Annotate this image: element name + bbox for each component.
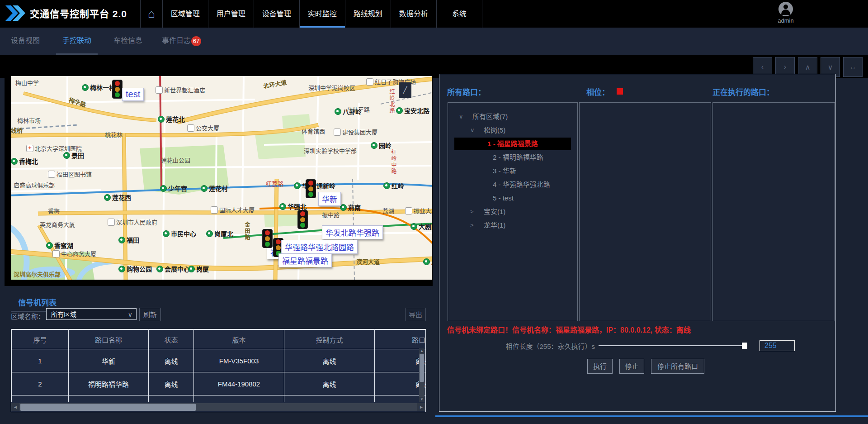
table-header-cell: 控制方式 <box>284 330 375 349</box>
table-horizontal-scrollbar[interactable]: ◄ ► <box>11 403 425 411</box>
table-cell: 华新 <box>69 349 149 372</box>
chevron-down-icon[interactable]: ∨ <box>459 110 463 124</box>
junction-tree-box: ∨所有区域(7)∨松岗(5)1 - 福星路福景路2 - 福明路福华路3 - 华新… <box>448 102 578 321</box>
green-light-icon <box>115 92 120 97</box>
tab-event-log[interactable]: 事件日志67 <box>162 28 201 54</box>
table-header-cell: 版本 <box>194 330 284 349</box>
table-cell: 福明路福华路 <box>69 372 149 395</box>
tree-node[interactable]: 5 - test <box>448 191 577 205</box>
tab-device-view[interactable]: 设备视图 <box>11 28 40 54</box>
scroll-right-icon[interactable]: ► <box>417 403 425 411</box>
map-label-text: 线桥 <box>11 126 23 134</box>
tree-node-selected[interactable]: 1 - 福星路福景路 <box>448 137 577 151</box>
tree-node-label: 宝安(1) <box>484 205 505 219</box>
map-poi-label: 滨河大道 <box>356 257 380 266</box>
phase-length-slider[interactable] <box>599 345 746 346</box>
chevron-down-icon[interactable]: ∨ <box>470 124 475 137</box>
map-poi-label: 深圳高尔夫俱乐部 <box>14 270 61 278</box>
traffic-light-marker[interactable] <box>297 210 308 229</box>
map-label-text: 购物公园 <box>127 264 152 273</box>
red-light-icon <box>265 230 270 235</box>
traffic-light-marker[interactable] <box>262 229 273 248</box>
table-row[interactable]: 2福明路福华路离线FM44-190802离线离线 <box>12 372 426 395</box>
map-label-text: 宝安北路 <box>404 106 429 115</box>
map-label-text: 华强北 <box>288 202 307 211</box>
map-poi-label: 金田路 <box>243 222 251 241</box>
map-label-text: 体育馆西 <box>302 127 325 135</box>
tab-manual-control[interactable]: 手控联动 <box>62 28 91 54</box>
stop-all-button[interactable]: 停止所有路口 <box>651 359 704 374</box>
map-edit-tool[interactable]: ╱ <box>399 82 411 98</box>
nav-item-data[interactable]: 数据分析 <box>391 0 436 28</box>
table-header-cell: 路口名称 <box>69 330 149 349</box>
map-station-label: 莲花村 <box>201 184 228 193</box>
map-poi-label: 八卦三路 <box>346 105 370 114</box>
user-menu[interactable]: admin <box>769 2 802 24</box>
nav-item-region[interactable]: 区域管理 <box>162 0 208 28</box>
home-icon[interactable]: ⌂ <box>140 0 162 28</box>
poi-icon <box>211 206 218 214</box>
tree-node[interactable]: 3 - 华新 <box>448 164 577 178</box>
nav-item-user[interactable]: 用户管理 <box>208 0 254 28</box>
map-label-text: 国际人才大厦 <box>219 205 255 214</box>
poi-icon <box>156 86 163 94</box>
user-avatar-icon <box>778 2 793 16</box>
tree-node[interactable]: 4 - 华强路华强北路 <box>448 178 577 191</box>
traffic-light-marker[interactable] <box>306 179 316 198</box>
map-label-text: 香梅 <box>48 206 60 215</box>
scroll-up-icon[interactable]: ▲ <box>419 348 425 353</box>
executing-box <box>712 102 835 321</box>
tree-node-label: 3 - 华新 <box>493 164 516 178</box>
logo-icon <box>5 5 25 21</box>
chevron-right-icon[interactable]: > <box>470 205 474 219</box>
map-station-label: 园岭 <box>371 141 392 150</box>
signal-table-grid: 序号路口名称状态版本控制方式路口时 1华新离线FM-V35F003离线离线2福明… <box>11 329 425 402</box>
map-poi-label: 启盛高球俱乐部 <box>14 181 55 189</box>
yellow-light-icon <box>265 236 270 241</box>
tree-node[interactable]: ∨松岗(5) <box>448 124 577 137</box>
region-select[interactable]: 所有区域 ∨ <box>46 308 137 320</box>
tree-node-label: 1 - 福星路福景路 <box>448 137 577 151</box>
map-canvas[interactable]: 梅山中学梅林一村新世界都汇酒店北环大道红日子购物广场深圳中学泥岗校区八卦岭八卦三… <box>11 76 432 280</box>
refresh-button[interactable]: 刷新 <box>139 308 161 321</box>
pager-expand-button[interactable]: ↔ <box>843 57 863 77</box>
table-row[interactable]: 3福星路福景路离线未知离线离线 <box>12 395 426 403</box>
table-cell: 离线 <box>375 395 426 403</box>
scroll-down-icon[interactable]: ▼ <box>419 397 425 402</box>
map-station-label: 少年宫 <box>160 184 187 193</box>
map-station-label: 梅林一村 <box>82 83 115 92</box>
tree-node[interactable]: 2 - 福明路福华路 <box>448 151 577 164</box>
table-cell: FM44-190802 <box>194 372 284 395</box>
map-label-text: 少年宫 <box>168 184 187 193</box>
tab-vehicle-info[interactable]: 车检信息 <box>113 28 142 54</box>
tree-node[interactable]: >宝安(1) <box>448 205 577 219</box>
right-arrow-icon: › <box>784 63 786 71</box>
phase-length-input[interactable] <box>760 340 795 351</box>
table-row[interactable]: 1华新离线FM-V35F003离线离线 <box>12 349 426 372</box>
stop-button[interactable]: 停止 <box>619 359 644 374</box>
traffic-light-marker[interactable] <box>112 80 123 99</box>
map-label-text: 莲花山公园 <box>161 156 190 164</box>
tree-node[interactable]: ∨所有区域(7) <box>448 110 577 124</box>
horizontal-scroll-thumb[interactable] <box>20 404 196 411</box>
export-button[interactable]: 导出 <box>405 308 426 321</box>
map-poi-label: 建设集团大厦 <box>334 128 377 136</box>
map-label-text: 红岭北路 <box>388 89 396 114</box>
vertical-scroll-thumb[interactable] <box>420 354 424 382</box>
nav-item-system[interactable]: 系统 <box>436 0 482 28</box>
scroll-left-icon[interactable]: ◄ <box>11 403 19 411</box>
nav-item-monitor[interactable]: 实时监控 <box>299 0 345 28</box>
nav-item-route[interactable]: 路线规划 <box>345 0 391 28</box>
chevron-right-icon[interactable]: > <box>470 219 474 232</box>
control-panel: 所有路口： 相位： 正在执行的路口： ∨所有区域(7)∨松岗(5)1 - 福星路… <box>439 74 836 412</box>
junction-label: 华强路华强北路园路 <box>281 240 358 254</box>
table-vertical-scrollbar[interactable]: ▲ ▼ <box>419 348 425 402</box>
map-poi-label: 莲花山公园 <box>161 156 190 164</box>
bottom-scroll-indicator[interactable] <box>435 415 868 417</box>
tab-label: 事件日志 <box>162 37 191 44</box>
nav-item-device[interactable]: 设备管理 <box>254 0 299 28</box>
tree-node[interactable]: >龙华(1) <box>448 219 577 232</box>
hospital-icon <box>26 145 33 152</box>
execute-button[interactable]: 执行 <box>587 359 613 374</box>
slider-handle[interactable] <box>742 343 747 349</box>
